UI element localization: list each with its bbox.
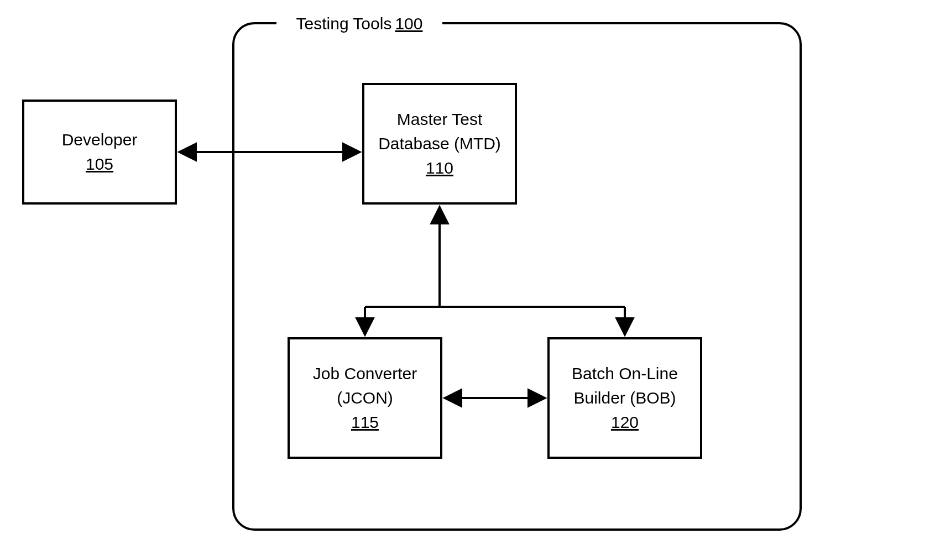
- jcon-box: Job Converter (JCON) 115: [288, 337, 442, 459]
- mtd-box: Master Test Database (MTD) 110: [362, 83, 517, 205]
- bob-ref: 120: [611, 410, 639, 435]
- developer-box: Developer 105: [22, 100, 177, 205]
- developer-title: Developer: [62, 128, 138, 152]
- testing-tools-legend: Testing Tools 100: [276, 10, 442, 38]
- mtd-line2: Database (MTD): [378, 132, 501, 156]
- testing-tools-legend-text: Testing Tools: [296, 14, 392, 33]
- mtd-ref: 110: [426, 156, 453, 180]
- mtd-line1: Master Test: [397, 107, 483, 132]
- developer-ref: 105: [86, 152, 113, 176]
- testing-tools-legend-ref: 100: [395, 14, 422, 33]
- jcon-line1: Job Converter: [313, 362, 417, 386]
- diagram-canvas: Testing Tools 100 Developer 105 Master T…: [0, 0, 935, 560]
- jcon-line2: (JCON): [337, 386, 393, 410]
- bob-line2: Builder (BOB): [573, 386, 676, 410]
- bob-box: Batch On-Line Builder (BOB) 120: [547, 337, 702, 459]
- bob-line1: Batch On-Line: [572, 362, 678, 386]
- jcon-ref: 115: [351, 410, 379, 435]
